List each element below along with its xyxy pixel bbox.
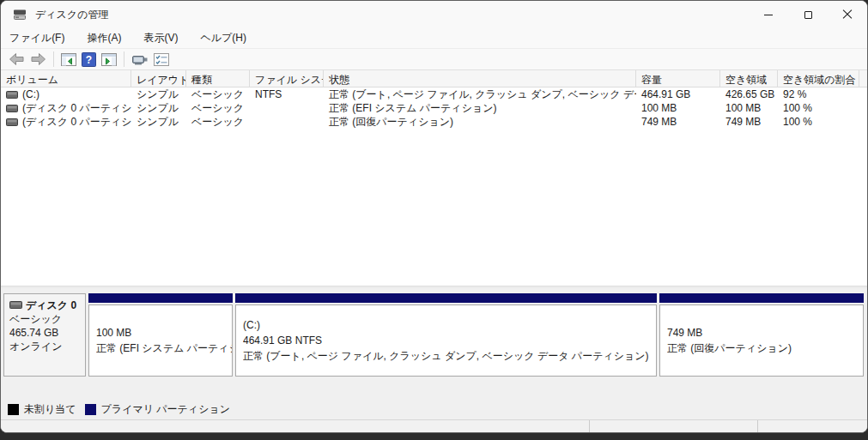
action-pane-button[interactable] — [99, 50, 119, 69]
partition-body: 100 MB 正常 (EFI システム パーティション) — [88, 304, 233, 377]
close-button[interactable] — [828, 1, 867, 28]
cell-layout: シンプル — [131, 87, 186, 101]
disk-size: 465.74 GB — [9, 326, 85, 340]
window-title: ディスクの管理 — [35, 8, 108, 22]
partition-size: 749 MB — [667, 325, 863, 341]
partition-status: 正常 (ブート, ページ ファイル, クラッシュ ダンプ, ベーシック データ … — [243, 348, 656, 364]
disk-0-info-panel[interactable]: ディスク 0 ベーシック 465.74 GB オンライン — [3, 293, 86, 377]
cell-free-percent: 100 % — [778, 101, 859, 115]
forward-icon — [30, 52, 46, 66]
volume-row-efi[interactable]: (ディスク 0 パーティション 1) シンプル ベーシック 正常 (EFI シス… — [1, 101, 867, 115]
partition-color-bar — [659, 293, 864, 303]
partitions-strip: 100 MB 正常 (EFI システム パーティション) (C:) 464.91… — [88, 293, 864, 377]
column-header-filesystem[interactable]: ファイル システム — [250, 70, 324, 87]
menubar: ファイル(F) 操作(A) 表示(V) ヘルプ(H) — [1, 28, 867, 48]
volume-row-c[interactable]: (C:) シンプル ベーシック NTFS 正常 (ブート, ページ ファイル, … — [1, 87, 867, 101]
statusbar-segment — [758, 420, 867, 432]
back-button[interactable] — [6, 50, 27, 69]
volume-name: (C:) — [22, 87, 39, 101]
cell-volume: (C:) — [1, 87, 131, 101]
unallocated-swatch — [8, 404, 19, 415]
cell-capacity: 464.91 GB — [636, 87, 720, 101]
cell-status: 正常 (EFI システム パーティション) — [324, 101, 636, 115]
maximize-button[interactable] — [788, 1, 828, 28]
window-controls — [749, 1, 867, 28]
cell-free: 426.65 GB — [720, 87, 778, 101]
volume-icon — [6, 105, 18, 112]
partition-body: (C:) 464.91 GB NTFS 正常 (ブート, ページ ファイル, ク… — [235, 304, 657, 377]
minimize-icon — [764, 15, 773, 15]
cell-capacity: 749 MB — [636, 115, 720, 129]
statusbar-segment — [1, 420, 590, 432]
menu-view[interactable]: 表示(V) — [143, 31, 178, 45]
partition-body: 749 MB 正常 (回復パーティション) — [659, 304, 864, 377]
column-header-free[interactable]: 空き領域 — [720, 70, 778, 87]
primary-partition-label: プライマリ パーティション — [101, 402, 230, 417]
disk-type: ベーシック — [9, 312, 85, 326]
partition-status: 正常 (EFI システム パーティション) — [96, 341, 232, 356]
graphical-view: ディスク 0 ベーシック 465.74 GB オンライン 100 MB 正常 (… — [1, 288, 867, 419]
column-header-volume[interactable]: ボリューム — [1, 70, 131, 87]
cell-type: ベーシック — [186, 101, 250, 115]
menu-action[interactable]: 操作(A) — [87, 31, 121, 45]
toolbar-separator — [53, 51, 54, 67]
disk-name: ディスク 0 — [26, 298, 76, 312]
partition-size: 464.91 GB NTFS — [243, 333, 656, 348]
cell-type: ベーシック — [186, 87, 250, 101]
volume-icon — [6, 91, 18, 99]
disk-management-app-icon — [13, 8, 27, 21]
cell-volume: (ディスク 0 パーティション 4) — [1, 115, 131, 129]
cell-free: 749 MB — [720, 115, 778, 129]
menu-help[interactable]: ヘルプ(H) — [200, 31, 246, 45]
column-header-capacity[interactable]: 容量 — [636, 70, 720, 87]
primary-partition-swatch — [85, 404, 96, 415]
disk-0-row: ディスク 0 ベーシック 465.74 GB オンライン 100 MB 正常 (… — [3, 293, 864, 377]
back-icon — [9, 52, 25, 66]
partition-recovery[interactable]: 749 MB 正常 (回復パーティション) — [659, 293, 864, 377]
volume-icon — [6, 118, 18, 126]
volume-name: (ディスク 0 パーティション 4) — [22, 115, 131, 129]
partition-size: 100 MB — [96, 325, 232, 341]
disk-management-window: ディスクの管理 ファイル(F) 操作(A) 表示(V) ヘルプ(H) — [0, 0, 868, 433]
console-tree-icon — [61, 53, 76, 66]
partition-c[interactable]: (C:) 464.91 GB NTFS 正常 (ブート, ページ ファイル, ク… — [235, 293, 657, 377]
cell-free-percent: 92 % — [778, 87, 859, 101]
volume-name: (ディスク 0 パーティション 1) — [22, 101, 131, 115]
menu-file[interactable]: ファイル(F) — [9, 31, 64, 45]
cell-filesystem: NTFS — [250, 87, 324, 101]
toolbar-separator — [124, 51, 124, 67]
cell-free: 100 MB — [720, 101, 778, 115]
cell-volume: (ディスク 0 パーティション 1) — [1, 101, 131, 115]
unallocated-label: 未割り当て — [24, 402, 76, 417]
forward-button[interactable] — [27, 50, 49, 69]
toolbar: ? — [1, 48, 867, 70]
display-button[interactable] — [129, 50, 151, 69]
action-pane-icon — [101, 53, 117, 66]
column-header-free-percent[interactable]: 空き領域の割合 — [778, 70, 859, 87]
column-header-layout[interactable]: レイアウト — [131, 70, 186, 87]
disk-icon — [9, 298, 22, 312]
svg-text:?: ? — [86, 54, 92, 66]
column-header-type[interactable]: 種類 — [186, 70, 250, 87]
column-header-status[interactable]: 状態 — [324, 70, 636, 87]
cell-free-percent: 100 % — [778, 115, 859, 129]
maximize-icon — [804, 11, 812, 19]
cell-layout: シンプル — [131, 101, 186, 115]
statusbar-segment — [590, 420, 758, 432]
cell-capacity: 100 MB — [636, 101, 720, 115]
disk-status: オンライン — [9, 340, 85, 353]
column-header-stub — [859, 70, 867, 87]
cell-type: ベーシック — [186, 115, 250, 129]
partition-color-bar — [235, 293, 657, 303]
volume-list-header: ボリューム レイアウト 種類 ファイル システム 状態 容量 空き領域 空き領域… — [1, 70, 867, 87]
partition-efi[interactable]: 100 MB 正常 (EFI システム パーティション) — [88, 293, 233, 377]
volume-list: ボリューム レイアウト 種類 ファイル システム 状態 容量 空き領域 空き領域… — [1, 70, 867, 286]
cell-status: 正常 (回復パーティション) — [324, 115, 636, 129]
minimize-button[interactable] — [749, 1, 788, 28]
legend: 未割り当て プライマリ パーティション — [8, 401, 234, 418]
cell-layout: シンプル — [131, 115, 186, 129]
help-button[interactable]: ? — [79, 50, 99, 69]
console-tree-button[interactable] — [58, 50, 79, 69]
list-view-button[interactable] — [151, 50, 172, 69]
volume-row-recovery[interactable]: (ディスク 0 パーティション 4) シンプル ベーシック 正常 (回復パーティ… — [1, 115, 867, 129]
